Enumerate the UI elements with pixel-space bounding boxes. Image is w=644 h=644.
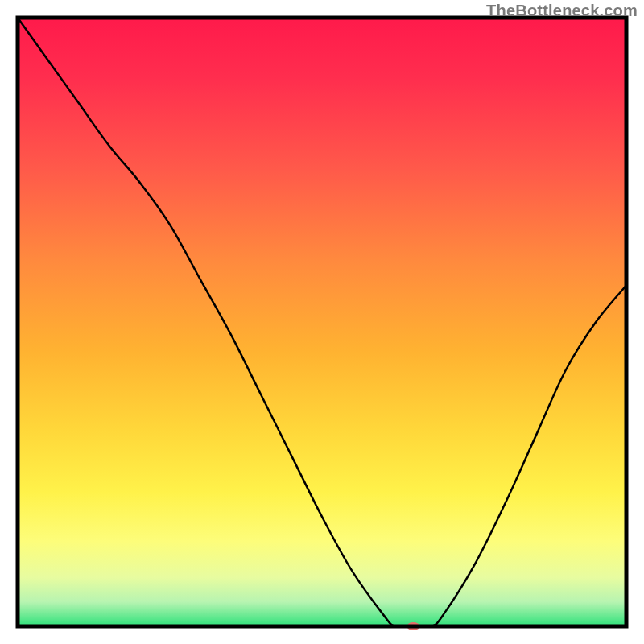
plot-area — [18, 18, 626, 630]
chart-stage: TheBottleneck.com — [0, 0, 644, 644]
gradient-background — [18, 18, 626, 626]
watermark-text: TheBottleneck.com — [486, 2, 638, 20]
bottleneck-chart — [0, 0, 644, 644]
